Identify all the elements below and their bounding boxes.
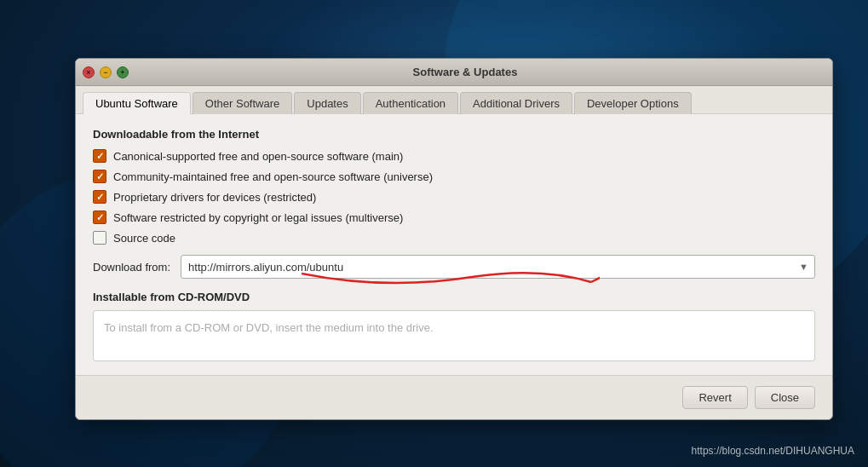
tab-additional-drivers-label: Additional Drivers	[473, 97, 560, 110]
checkbox-canonical-label: Canonical-supported free and open-source…	[113, 150, 403, 163]
cdrom-box: To install from a CD-ROM or DVD, insert …	[93, 310, 815, 361]
section1-title: Downloadable from the Internet	[93, 128, 815, 141]
maximize-window-button[interactable]: +	[117, 66, 129, 78]
content-panel: Downloadable from the Internet Canonical…	[76, 114, 832, 375]
download-from-select-wrapper: http://mirrors.aliyun.com/ubuntu ▼	[181, 255, 815, 279]
checkbox-row-source: Source code	[93, 231, 815, 245]
checkbox-restricted-label: Software restricted by copyright or lega…	[113, 211, 403, 224]
checkbox-community-label: Community-maintained free and open-sourc…	[113, 170, 433, 183]
tab-authentication-label: Authentication	[376, 97, 445, 110]
tab-ubuntu-software-label: Ubuntu Software	[95, 97, 178, 110]
checkbox-canonical[interactable]	[93, 149, 106, 163]
watermark: https://blog.csdn.net/DIHUANGHUA	[692, 445, 854, 457]
download-from-row: Download from: http://mirrors.aliyun.com…	[93, 255, 815, 279]
checkbox-source[interactable]	[93, 231, 106, 245]
checkbox-community[interactable]	[93, 170, 106, 183]
tab-additional-drivers[interactable]: Additional Drivers	[460, 92, 572, 114]
tab-authentication[interactable]: Authentication	[363, 92, 458, 114]
close-window-button[interactable]: ×	[83, 66, 95, 78]
close-button[interactable]: Close	[755, 386, 815, 409]
checkbox-proprietary[interactable]	[93, 190, 106, 204]
window-title: Software & Updates	[134, 66, 796, 78]
main-window: × − + Software & Updates Ubuntu Software…	[75, 58, 833, 420]
tab-updates[interactable]: Updates	[294, 92, 360, 114]
minimize-window-button[interactable]: −	[100, 66, 112, 78]
tab-other-software-label: Other Software	[205, 97, 279, 110]
cdrom-placeholder: To install from a CD-ROM or DVD, insert …	[104, 321, 434, 334]
checkbox-restricted[interactable]	[93, 210, 106, 224]
tab-ubuntu-software[interactable]: Ubuntu Software	[83, 92, 191, 114]
maximize-icon: +	[120, 68, 124, 77]
tab-other-software[interactable]: Other Software	[193, 92, 292, 114]
checkbox-proprietary-label: Proprietary drivers for devices (restric…	[113, 191, 316, 204]
download-from-label: Download from:	[93, 261, 170, 274]
revert-button[interactable]: Revert	[682, 386, 747, 409]
tabs-bar: Ubuntu Software Other Software Updates A…	[76, 86, 832, 114]
download-from-select[interactable]: http://mirrors.aliyun.com/ubuntu	[181, 255, 815, 279]
checkbox-row-community: Community-maintained free and open-sourc…	[93, 170, 815, 183]
checkbox-row-canonical: Canonical-supported free and open-source…	[93, 149, 815, 163]
checkbox-source-label: Source code	[113, 232, 175, 245]
checkbox-row-restricted: Software restricted by copyright or lega…	[93, 210, 815, 224]
tab-developer-options-label: Developer Options	[587, 97, 679, 110]
minimize-icon: −	[103, 68, 107, 77]
section2-title: Installable from CD-ROM/DVD	[93, 291, 815, 303]
footer: Revert Close	[76, 375, 832, 419]
tab-updates-label: Updates	[307, 97, 348, 110]
tab-developer-options[interactable]: Developer Options	[574, 92, 692, 114]
checkbox-row-proprietary: Proprietary drivers for devices (restric…	[93, 190, 815, 204]
titlebar: × − + Software & Updates	[76, 59, 832, 86]
close-icon: ×	[86, 68, 90, 77]
